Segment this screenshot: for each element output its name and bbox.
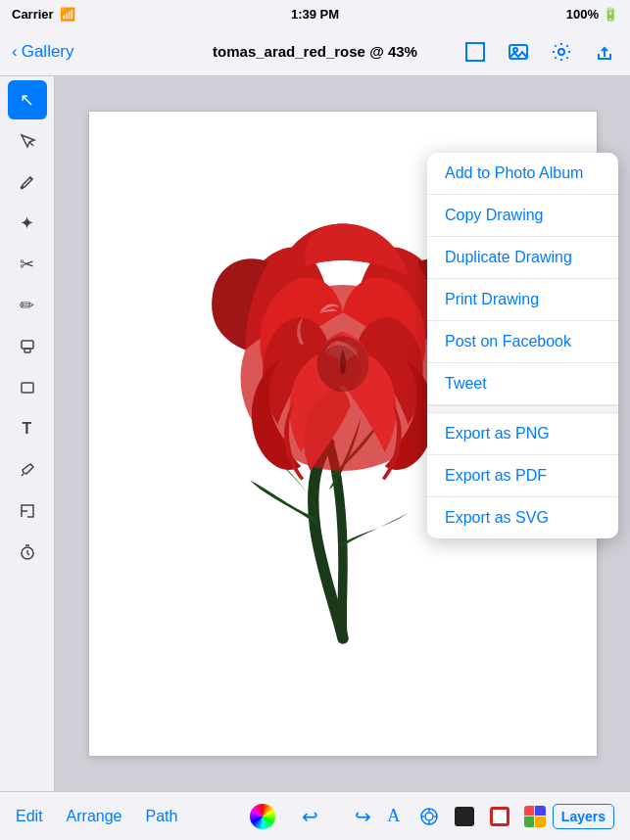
scissors-tool[interactable]: ✂: [8, 245, 47, 284]
svg-rect-6: [24, 349, 30, 352]
print-drawing-item[interactable]: Print Drawing: [427, 279, 618, 321]
bottom-left-actions: Edit Arrange Path: [16, 808, 177, 825]
carrier-label: Carrier: [12, 7, 54, 22]
wifi-icon: 📶: [60, 7, 75, 22]
timer-tool[interactable]: [8, 533, 47, 572]
rectangle-tool[interactable]: [8, 368, 47, 407]
add-to-photo-album-item[interactable]: Add to Photo Album: [427, 153, 618, 195]
left-toolbar: ↖ ✦ ✂ ✏ T: [0, 76, 55, 791]
pencil-tool[interactable]: ✏: [8, 286, 47, 325]
menu-section-divider: [427, 405, 618, 413]
export-pdf-item[interactable]: Export as PDF: [427, 455, 618, 497]
svg-rect-5: [22, 341, 33, 349]
subselect-tool[interactable]: [8, 121, 47, 161]
settings-icon[interactable]: [548, 38, 575, 66]
eyedropper-tool[interactable]: [8, 450, 47, 490]
nav-title: tomas_arad_red_rose @ 43%: [213, 43, 417, 60]
canvas-area: Add to Photo Album Copy Drawing Duplicat…: [55, 76, 630, 791]
tweet-item[interactable]: Tweet: [427, 363, 618, 405]
arrange-button[interactable]: Arrange: [67, 808, 122, 825]
svg-point-4: [21, 187, 23, 189]
bottom-center-actions: ↩ ↪: [250, 799, 381, 834]
select-tool[interactable]: ↖: [8, 80, 47, 119]
main-area: ↖ ✦ ✂ ✏ T: [0, 76, 630, 791]
undo-button[interactable]: ↩: [293, 799, 328, 834]
battery-icon: 🔋: [603, 7, 618, 22]
node-tool[interactable]: ✦: [8, 204, 47, 243]
back-button[interactable]: ‹ Gallery: [12, 42, 74, 62]
stroke-color-icon[interactable]: [482, 799, 517, 834]
copy-drawing-item[interactable]: Copy Drawing: [427, 195, 618, 237]
export-png-item[interactable]: Export as PNG: [427, 413, 618, 455]
svg-point-12: [425, 813, 433, 820]
status-right: 100% 🔋: [566, 7, 618, 22]
edit-button[interactable]: Edit: [16, 808, 43, 825]
duplicate-drawing-item[interactable]: Duplicate Drawing: [427, 237, 618, 279]
expand-icon[interactable]: [461, 38, 489, 66]
text-style-icon[interactable]: A: [376, 799, 412, 834]
dropdown-menu: Add to Photo Album Copy Drawing Duplicat…: [427, 153, 618, 538]
svg-rect-0: [466, 43, 484, 61]
color-wheel-button[interactable]: [250, 804, 275, 829]
svg-point-3: [558, 49, 564, 55]
nav-icons: [461, 38, 618, 66]
chevron-left-icon: ‹: [12, 42, 18, 62]
path-button[interactable]: Path: [146, 808, 178, 825]
status-time: 1:39 PM: [291, 7, 339, 22]
target-icon[interactable]: [412, 799, 447, 834]
fill-color-icon[interactable]: [447, 799, 482, 834]
back-label: Gallery: [22, 42, 74, 62]
layers-button[interactable]: Layers: [553, 804, 614, 829]
svg-point-2: [513, 48, 517, 52]
nav-bar: ‹ Gallery tomas_arad_red_rose @ 43%: [0, 27, 630, 76]
brush-tool[interactable]: [8, 327, 47, 366]
image-icon[interactable]: [505, 38, 532, 66]
redo-button[interactable]: ↪: [346, 799, 381, 834]
export-svg-item[interactable]: Export as SVG: [427, 497, 618, 538]
status-left: Carrier 📶: [12, 7, 75, 22]
post-on-facebook-item[interactable]: Post on Facebook: [427, 321, 618, 363]
palette-icon[interactable]: [517, 799, 553, 834]
zoom-tool[interactable]: [8, 491, 47, 531]
bottom-right-actions: A Layers: [376, 799, 614, 834]
status-bar: Carrier 📶 1:39 PM 100% 🔋: [0, 0, 630, 27]
svg-rect-7: [22, 383, 33, 393]
pen-tool[interactable]: [8, 163, 47, 202]
battery-label: 100%: [566, 7, 599, 22]
share-icon[interactable]: [591, 38, 618, 66]
bottom-toolbar: Edit Arrange Path ↩ ↪ A: [0, 791, 630, 840]
text-tool[interactable]: T: [8, 409, 47, 448]
